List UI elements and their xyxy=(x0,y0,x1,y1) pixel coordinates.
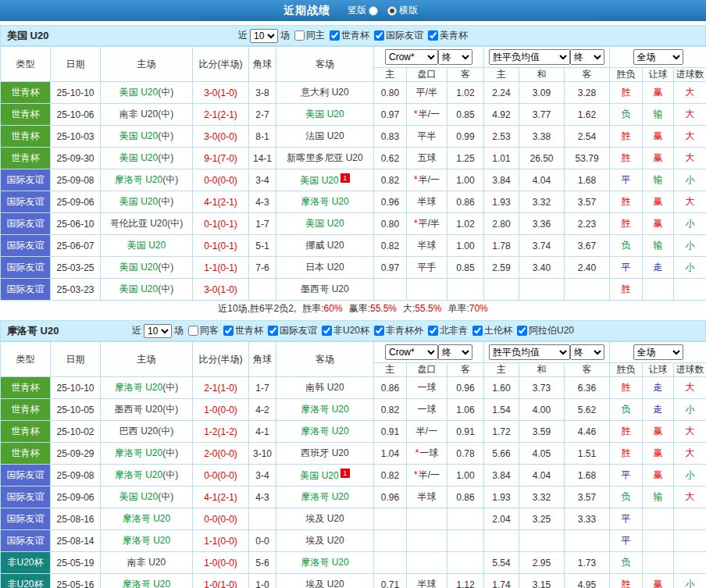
away-odds-cell: 0.78 xyxy=(447,443,484,465)
home-team-name[interactable]: 美国 U20 xyxy=(119,196,158,207)
away-team-name[interactable]: 新喀里多尼亚 U20 xyxy=(287,152,362,163)
filter-checkbox[interactable] xyxy=(428,30,438,41)
home-team-name[interactable]: 美国 U20 xyxy=(119,152,158,163)
away-team-name[interactable]: 美国 U20 xyxy=(305,218,344,229)
home-team-name[interactable]: 墨西哥 U20 xyxy=(115,404,162,415)
result-goals-cell xyxy=(674,530,706,552)
filter-option-国际友谊[interactable]: 国际友谊 xyxy=(266,324,317,337)
filter-option-北非青[interactable]: 北非青 xyxy=(426,324,468,337)
page-title: 近期战绩 xyxy=(283,4,330,18)
final-odds-select[interactable]: 终 xyxy=(438,344,472,360)
home-team-name[interactable]: 摩洛哥 U20 xyxy=(115,174,162,185)
home-team-name[interactable]: 巴西 U20 xyxy=(119,426,158,437)
scope-select[interactable]: 全场 xyxy=(633,49,683,65)
away-team-name[interactable]: 日本 U20 xyxy=(305,262,344,273)
home-team-name[interactable]: 摩洛哥 U20 xyxy=(123,513,170,524)
final-avg-select[interactable]: 终 xyxy=(570,49,604,65)
filter-option-美青杯[interactable]: 美青杯 xyxy=(426,29,468,42)
away-team-name[interactable]: 南韩 U20 xyxy=(305,382,344,393)
away-team-name[interactable]: 美国 U20 xyxy=(300,175,338,186)
home-team-name[interactable]: 摩洛哥 U20 xyxy=(123,579,170,588)
odds-source-select[interactable]: Crow* xyxy=(385,49,438,65)
filter-option-世青杯[interactable]: 世青杯 xyxy=(328,29,369,42)
home-team-name[interactable]: 美国 U20 xyxy=(119,130,158,141)
avg-home-cell xyxy=(484,530,519,552)
filter-checkbox[interactable] xyxy=(268,326,278,336)
away-team-name[interactable]: 西班牙 U20 xyxy=(301,447,348,458)
horizontal-layout-radio[interactable] xyxy=(387,6,397,16)
home-team-name[interactable]: 哥伦比亚 U20 xyxy=(110,218,167,229)
horizontal-layout-option[interactable]: 横版 xyxy=(387,4,418,17)
away-team-cell: 美国 U201 xyxy=(276,465,374,486)
filter-checkbox[interactable] xyxy=(428,326,438,336)
result-goals-cell: 大 xyxy=(674,82,706,104)
filter-checkbox[interactable] xyxy=(472,326,483,336)
home-team-name[interactable]: 摩洛哥 U20 xyxy=(123,535,170,546)
final-odds-select[interactable]: 终 xyxy=(438,49,472,65)
match-row: 世青杯25-09-29摩洛哥 U20(中)2-0(0-0)3-10西班牙 U20… xyxy=(1,443,706,465)
away-team-name[interactable]: 摩洛哥 U20 xyxy=(301,426,348,437)
filter-option-非U20杯[interactable]: 非U20杯 xyxy=(320,324,369,337)
final-avg-select[interactable]: 终 xyxy=(570,344,604,360)
avg-draw-cell: 3.59 xyxy=(519,421,565,443)
sub-header-avg-away: 客 xyxy=(565,363,610,377)
away-team-name[interactable]: 摩洛哥 U20 xyxy=(301,491,348,502)
away-team-name[interactable]: 意大利 U20 xyxy=(301,87,348,98)
avg-select[interactable]: 胜平负均值 xyxy=(489,344,570,360)
filter-option-国际友谊[interactable]: 国际友谊 xyxy=(373,29,423,42)
away-team-name[interactable]: 埃及 U20 xyxy=(305,535,344,546)
away-team-name[interactable]: 摩洛哥 U20 xyxy=(301,404,348,415)
vertical-layout-option[interactable]: 竖版 xyxy=(348,4,378,17)
away-team-name[interactable]: 美国 U20 xyxy=(305,109,344,119)
away-team-name[interactable]: 埃及 U20 xyxy=(305,579,344,588)
recent-count-select[interactable]: 10 xyxy=(144,324,172,338)
filter-checkbox[interactable] xyxy=(223,326,234,336)
filter-checkbox[interactable] xyxy=(188,326,198,336)
home-team-name[interactable]: 美国 U20 xyxy=(119,283,158,294)
away-team-name[interactable]: 挪威 U20 xyxy=(305,240,344,251)
away-team-name[interactable]: 摩洛哥 U20 xyxy=(301,196,348,207)
home-team-cell: 哥伦比亚 U20(中) xyxy=(101,213,193,235)
avg-away-cell: 2.54 xyxy=(565,126,610,148)
home-team-name[interactable]: 美国 U20 xyxy=(127,240,166,251)
handicap-cell: *平/半 xyxy=(407,213,447,235)
score-cell: 2-1(2-1) xyxy=(193,104,249,126)
home-team-name[interactable]: 美国 U20 xyxy=(119,491,158,502)
filter-option-阿拉伯U20[interactable]: 阿拉伯U20 xyxy=(515,324,574,337)
filter-option-同客[interactable]: 同客 xyxy=(187,324,219,337)
filter-checkbox[interactable] xyxy=(322,326,332,336)
vertical-layout-radio[interactable] xyxy=(369,6,378,16)
filter-option-同主[interactable]: 同主 xyxy=(293,29,325,42)
filter-option-土伦杯[interactable]: 土伦杯 xyxy=(471,324,512,337)
filter-option-非青杯外[interactable]: 非青杯外 xyxy=(373,324,423,337)
home-team-name[interactable]: 摩洛哥 U20 xyxy=(115,382,162,393)
home-team-name[interactable]: 摩洛哥 U20 xyxy=(115,447,162,458)
home-team-cell: 美国 U20(中) xyxy=(101,126,193,148)
match-row: 世青杯25-10-06南非 U20(中)2-1(2-1)2-7美国 U200.9… xyxy=(1,104,706,126)
away-team-cell: 摩洛哥 U20 xyxy=(276,191,374,213)
scope-select[interactable]: 全场 xyxy=(633,344,683,360)
filter-checkbox[interactable] xyxy=(517,326,527,336)
home-team-name[interactable]: 南非 U20 xyxy=(127,557,166,568)
match-row: 国际友谊25-06-10哥伦比亚 U20(中)0-1(0-1)1-7美国 U20… xyxy=(1,213,706,235)
filter-checkbox[interactable] xyxy=(294,30,305,41)
score-cell: 0-0(0-0) xyxy=(193,508,249,530)
home-team-name[interactable]: 美国 U20 xyxy=(119,262,158,273)
away-team-name[interactable]: 法国 U20 xyxy=(305,130,344,141)
filter-checkbox[interactable] xyxy=(374,326,384,336)
away-team-name[interactable]: 埃及 U20 xyxy=(305,513,344,524)
away-odds-cell: 0.85 xyxy=(447,104,484,126)
odds-source-select[interactable]: Crow* xyxy=(385,344,438,360)
home-team-name[interactable]: 美国 U20 xyxy=(119,87,158,98)
recent-count-select[interactable]: 10 xyxy=(250,29,278,43)
filter-option-世青杯[interactable]: 世青杯 xyxy=(222,324,263,337)
away-team-name[interactable]: 墨西哥 U20 xyxy=(301,283,348,294)
home-team-name[interactable]: 南非 U20 xyxy=(119,109,158,119)
filter-checkbox[interactable] xyxy=(374,30,384,41)
filter-checkbox[interactable] xyxy=(330,30,340,41)
away-team-name[interactable]: 摩洛哥 U20 xyxy=(301,557,348,568)
avg-select[interactable]: 胜平负均值 xyxy=(489,49,570,65)
result-goals-cell: 小 xyxy=(674,213,706,235)
away-team-name[interactable]: 美国 U20 xyxy=(300,470,338,481)
home-team-name[interactable]: 摩洛哥 U20 xyxy=(115,469,162,480)
